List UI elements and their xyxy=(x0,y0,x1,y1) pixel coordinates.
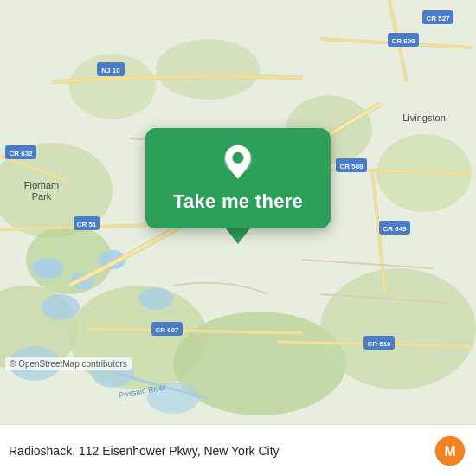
svg-text:Florham: Florham xyxy=(24,180,59,190)
svg-text:Park: Park xyxy=(32,191,52,202)
svg-point-11 xyxy=(32,258,63,279)
card-pointer xyxy=(226,228,250,244)
map-view[interactable]: NJ 10 CR 527 CR 609 CR 632 CR 508 CR 51 … xyxy=(0,0,476,424)
svg-point-5 xyxy=(173,312,346,415)
bottom-bar: Radioshack, 112 Eisenhower Pkwy, New Yor… xyxy=(0,424,476,476)
address-label: Radioshack, 112 Eisenhower Pkwy, New Yor… xyxy=(9,444,280,458)
svg-point-6 xyxy=(320,268,476,389)
svg-text:Livingston: Livingston xyxy=(402,113,446,123)
svg-text:CR 508: CR 508 xyxy=(339,163,363,170)
moovit-logo: M xyxy=(434,435,466,466)
svg-point-9 xyxy=(156,39,260,100)
svg-point-14 xyxy=(138,287,173,310)
svg-text:CR 609: CR 609 xyxy=(391,37,415,45)
cta-card[interactable]: Take me there xyxy=(145,128,331,228)
copyright-text: © OpenStreetMap contributors xyxy=(5,357,132,370)
svg-text:CR 51: CR 51 xyxy=(77,221,97,228)
svg-text:M: M xyxy=(444,443,455,458)
cta-overlay: Take me there xyxy=(145,128,331,244)
moovit-icon: M xyxy=(434,435,466,466)
svg-point-43 xyxy=(232,152,243,164)
svg-text:CR 510: CR 510 xyxy=(367,340,391,348)
svg-text:CR 649: CR 649 xyxy=(383,225,407,233)
location-pin-icon xyxy=(219,144,257,182)
svg-text:CR 527: CR 527 xyxy=(426,15,450,23)
svg-point-15 xyxy=(42,294,80,320)
cta-button[interactable]: Take me there xyxy=(173,190,303,213)
svg-text:CR 632: CR 632 xyxy=(9,150,33,158)
svg-text:CR 607: CR 607 xyxy=(155,326,179,334)
svg-text:NJ 10: NJ 10 xyxy=(101,67,120,74)
